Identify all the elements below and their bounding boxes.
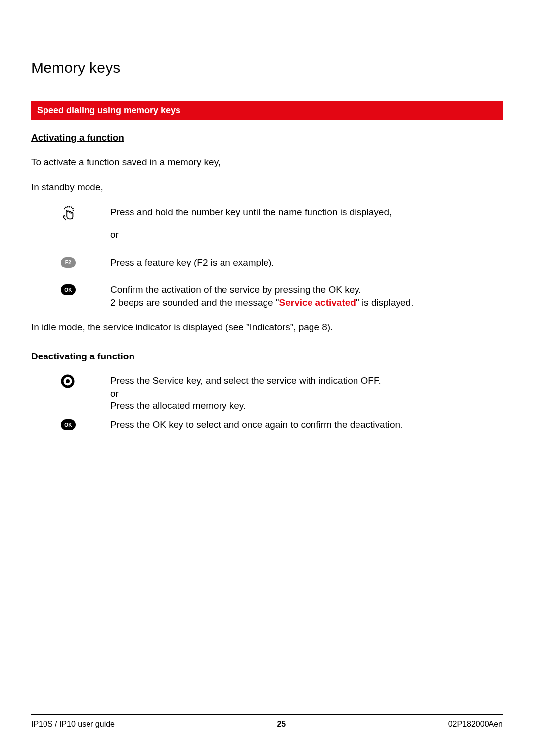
svg-point-1 <box>65 207 67 208</box>
ok-key-icon: OK <box>61 419 76 430</box>
activating-step-1-text: Press and hold the number key until the … <box>110 206 503 219</box>
activating-step-1-or: or <box>110 228 503 241</box>
deactivating-step-1b-text: or <box>110 387 503 400</box>
touch-hold-icon <box>61 206 76 224</box>
service-key-icon <box>61 374 75 390</box>
svg-point-5 <box>72 208 74 210</box>
page-footer: IP10S / IP10 user guide 25 02P182000Aen <box>31 714 503 729</box>
svg-point-4 <box>71 207 72 208</box>
idle-mode-note: In idle mode, the service indicator is d… <box>31 321 503 334</box>
footer-right: 02P182000Aen <box>448 720 503 729</box>
deactivating-step-1c-text: Press the allocated memory key. <box>110 400 503 412</box>
activating-step-3b-text: 2 beeps are sounded and the message "Ser… <box>110 296 503 309</box>
svg-point-0 <box>64 208 65 210</box>
activating-step-1: Press and hold the number key until the … <box>31 206 503 251</box>
activating-step-2-text: Press a feature key (F2 is an example). <box>110 256 503 269</box>
svg-point-2 <box>67 206 69 208</box>
deactivating-step-1a-text: Press the Service key, and select the se… <box>110 374 503 387</box>
section-title-bar: Speed dialing using memory keys <box>31 101 503 120</box>
activating-subhead: Activating a function <box>31 133 503 143</box>
ok-key-icon: OK <box>61 284 76 295</box>
deactivating-step-2-text: Press the OK key to select and once agai… <box>110 418 503 431</box>
activating-step-2: F2 Press a feature key (F2 is an example… <box>31 256 503 279</box>
page-heading: Memory keys <box>31 59 503 76</box>
deactivating-step-1: Press the Service key, and select the se… <box>31 374 503 412</box>
svg-point-8 <box>66 379 70 383</box>
deactivating-step-2: OK Press the OK key to select and once a… <box>31 418 503 441</box>
service-activated-msg: Service activated <box>279 297 356 308</box>
activating-step-3a-text: Confirm the activation of the service by… <box>110 283 503 296</box>
footer-page-number: 25 <box>277 720 286 729</box>
f2-key-icon: F2 <box>61 257 76 268</box>
activating-step-3: OK Confirm the activation of the service… <box>31 283 503 309</box>
activating-intro-1: To activate a function saved in a memory… <box>31 156 503 169</box>
footer-left: IP10S / IP10 user guide <box>31 720 115 729</box>
svg-point-6 <box>73 210 74 211</box>
deactivating-subhead: Deactivating a function <box>31 351 503 362</box>
svg-point-3 <box>69 206 70 208</box>
activating-intro-2: In standby mode, <box>31 181 503 194</box>
